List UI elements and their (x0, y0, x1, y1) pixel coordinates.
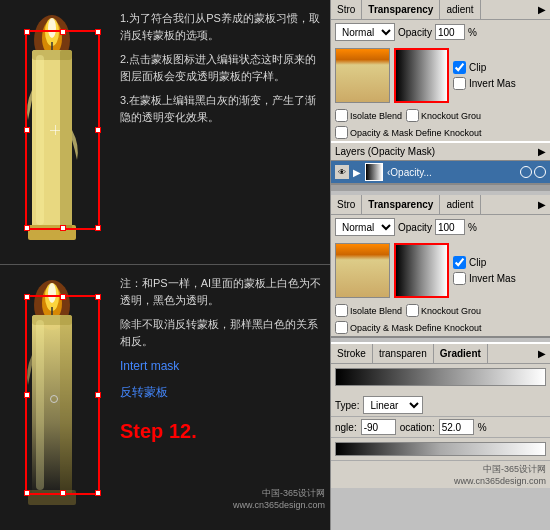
angle-label: ngle: (335, 422, 357, 433)
tab-gradient-bottom[interactable]: adient (440, 195, 480, 214)
candle-svg-top (10, 10, 110, 255)
tab-transparency-sg[interactable]: transparen (373, 344, 434, 363)
top-transparency-panel: Stro Transparency adient ▶ Normal Opacit… (331, 0, 550, 185)
text-area-top: 1.为了符合我们从PS养成的蒙板习惯，取消反转蒙板的选项。 2.点击蒙板图标进入… (120, 10, 325, 133)
text-area-bottom: 注：和PS一样，AI里面的蒙板上白色为不透明，黑色为透明。 除非不取消反转蒙板，… (120, 275, 325, 454)
panel-divider (331, 185, 550, 191)
percent-sign-top: % (468, 27, 477, 38)
invert-mask-checkbox-row-top[interactable]: Invert Mas (453, 77, 516, 90)
layer-name-top: ‹Opacity... (387, 167, 516, 178)
stroke-tab-bar[interactable]: Stroke transparen Gradient ▶ (331, 344, 550, 364)
bottom-options-row1: Isolate Blend Knockout Grou (331, 302, 550, 319)
clip-label-bottom: Clip (469, 257, 486, 268)
location-input[interactable] (439, 419, 474, 435)
invert-mask-label-bottom: Invert Mas (469, 273, 516, 284)
location-label: ocation: (400, 422, 435, 433)
clip-checkbox-row-top[interactable]: Clip (453, 61, 516, 74)
tab-stroke-top[interactable]: Stro (331, 0, 362, 19)
layer-icon-1[interactable] (520, 166, 532, 178)
watermark-line2: www.cn365design.com (233, 500, 325, 510)
opacity-mask-knockout-top[interactable]: Opacity & Mask Define Knockout (335, 126, 482, 139)
gradient-area (331, 364, 550, 394)
top-text-1: 1.为了符合我们从PS养成的蒙板习惯，取消反转蒙板的选项。 (120, 10, 325, 43)
opacity-label-top: Opacity (398, 27, 432, 38)
bottom-thumbnail-area: Clip Invert Mas (331, 239, 550, 302)
layer-thumbnail-bottom (335, 243, 390, 298)
tab-arrow-bottom[interactable]: ▶ (534, 199, 550, 210)
knockout-group-bottom[interactable]: Knockout Grou (406, 304, 481, 317)
bottom-section: 注：和PS一样，AI里面的蒙板上白色为不透明，黑色为透明。 除非不取消反转蒙板，… (0, 265, 330, 530)
layer-thumbnail-top (335, 48, 390, 103)
svg-rect-8 (36, 55, 44, 225)
layer-eye-top[interactable]: 👁 (335, 165, 349, 179)
mask-thumbnail-bottom (394, 243, 449, 298)
layer-icon-2[interactable] (534, 166, 546, 178)
candle-area-top (0, 0, 120, 265)
bottom-text-1: 注：和PS一样，AI里面的蒙板上白色为不透明，黑色为透明。 (120, 275, 325, 308)
china-watermark: 中国-365设计网 www.cn365design.com (331, 460, 550, 488)
clip-label-top: Clip (469, 62, 486, 73)
bottom-transparency-panel: Stro Transparency adient ▶ Normal Opacit… (331, 195, 550, 338)
isolate-blend-top[interactable]: Isolate Blend (335, 109, 402, 122)
layers-expand-top[interactable]: ▶ (538, 146, 546, 157)
opacity-input-top[interactable] (435, 24, 465, 40)
layer-icons-top (520, 166, 546, 178)
candle-area-bottom (0, 265, 120, 530)
percent-sign-bottom: % (468, 222, 477, 233)
left-panel: 1.为了符合我们从PS养成的蒙板习惯，取消反转蒙板的选项。 2.点击蒙板图标进入… (0, 0, 330, 530)
tab-transparency-top[interactable]: Transparency (362, 0, 440, 19)
stroke-gradient-panel: Stroke transparen Gradient ▶ Type: Linea… (331, 342, 550, 460)
invert-mask-checkbox-top[interactable] (453, 77, 466, 90)
tab-transparency-bottom[interactable]: Transparency (362, 195, 440, 214)
bottom-options-row2: Opacity & Mask Define Knockout (331, 319, 550, 336)
tab-stroke-bottom[interactable]: Stro (331, 195, 362, 214)
location-percent: % (478, 422, 487, 433)
china-watermark-line1: 中国-365设计网 (335, 463, 546, 476)
clip-checkbox-top[interactable] (453, 61, 466, 74)
mask-thumbnail-top (394, 48, 449, 103)
invert-mask-checkbox-bottom[interactable] (453, 272, 466, 285)
top-tab-bar[interactable]: Stro Transparency adient ▶ (331, 0, 550, 20)
layers-title-top: Layers (Opacity Mask) (335, 146, 435, 157)
step-label: Step 12. (120, 416, 325, 446)
top-text-3: 3.在蒙板上编辑黑白灰的渐变，产生了渐隐的透明变化效果。 (120, 92, 325, 125)
gradient-bar[interactable] (335, 368, 546, 386)
top-options-row2: Opacity & Mask Define Knockout (331, 124, 550, 141)
bottom-gradient-strip[interactable] (335, 442, 546, 456)
invert-mask-label-top: Invert Mas (469, 78, 516, 89)
type-label: Type: (335, 400, 359, 411)
selection-box-bottom (25, 295, 100, 495)
top-checkbox-area: Clip Invert Mas (453, 61, 516, 90)
type-row: Type: Linear (331, 394, 550, 417)
bottom-tab-bar[interactable]: Stro Transparency adient ▶ (331, 195, 550, 215)
isolate-blend-bottom[interactable]: Isolate Blend (335, 304, 402, 317)
svg-rect-9 (60, 50, 72, 230)
layers-content-top[interactable]: 👁 ▶ ‹Opacity... (331, 161, 550, 183)
invert-mask-cn: 反转蒙板 (120, 383, 325, 401)
right-panel: Stro Transparency adient ▶ Normal Opacit… (330, 0, 550, 530)
angle-input[interactable] (361, 419, 396, 435)
tab-gradient-sg[interactable]: Gradient (434, 344, 488, 363)
knockout-group-top[interactable]: Knockout Grou (406, 109, 481, 122)
layer-thumb-small-top (365, 163, 383, 181)
svg-point-3 (48, 18, 56, 38)
bottom-controls-row: Normal Opacity % (331, 215, 550, 239)
layer-arrow-top: ▶ (353, 167, 361, 178)
type-select[interactable]: Linear (363, 396, 423, 414)
invert-mask-checkbox-row-bottom[interactable]: Invert Mas (453, 272, 516, 285)
invert-mask-en: Intert mask (120, 357, 325, 375)
top-controls-row: Normal Opacity % (331, 20, 550, 44)
clip-checkbox-bottom[interactable] (453, 256, 466, 269)
blend-mode-select-bottom[interactable]: Normal (335, 218, 395, 236)
tab-arrow-top[interactable]: ▶ (534, 4, 550, 15)
clip-checkbox-row-bottom[interactable]: Clip (453, 256, 516, 269)
opacity-mask-knockout-bottom[interactable]: Opacity & Mask Define Knockout (335, 321, 482, 334)
tab-arrow-sg[interactable]: ▶ (534, 348, 550, 359)
blend-mode-select-top[interactable]: Normal (335, 23, 395, 41)
tab-gradient-top[interactable]: adient (440, 0, 480, 19)
opacity-input-bottom[interactable] (435, 219, 465, 235)
angle-location-row: ngle: ocation: % (331, 417, 550, 438)
bottom-text-2: 除非不取消反转蒙板，那样黑白色的关系相反。 (120, 316, 325, 349)
tab-stroke-sg[interactable]: Stroke (331, 344, 373, 363)
watermark: 中国-365设计网 www.cn365design.com (233, 487, 325, 510)
